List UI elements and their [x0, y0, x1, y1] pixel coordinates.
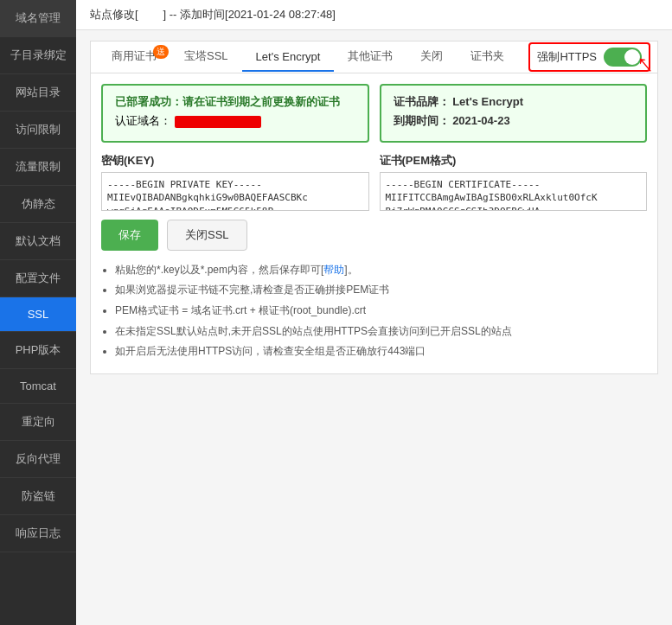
- tab-cert-folder[interactable]: 证书夹: [457, 41, 518, 73]
- sidebar-item-subdir[interactable]: 子目录绑定: [0, 37, 76, 74]
- tip-2: 如果浏览器提示证书链不完整,请检查是否正确拼接PEM证书: [115, 281, 647, 300]
- tab-lets-encrypt[interactable]: Let's Encrypt: [242, 43, 335, 72]
- cert-brand-row: 证书品牌： Let's Encrypt: [394, 94, 634, 110]
- status-domain-label: 认证域名：: [115, 114, 171, 127]
- close-ssl-button[interactable]: 关闭SSL: [167, 220, 247, 251]
- redacted-domain: [138, 8, 163, 21]
- key-cert-row: 密钥(KEY) -----BEGIN PRIVATE KEY----- MIIE…: [101, 153, 647, 211]
- tip-4: 在未指定SSL默认站点时,未开启SSL的站点使用HTTPS会直接访问到已开启SS…: [115, 322, 647, 341]
- tab-commercial-cert[interactable]: 商用证书 送: [98, 41, 170, 73]
- cert-label: 证书(PEM格式): [380, 153, 648, 169]
- sidebar-item-redirect[interactable]: 重定向: [0, 404, 76, 441]
- tip-1: 粘贴您的*.key以及*.pem内容，然后保存即可[帮助]。: [115, 261, 647, 280]
- sidebar-item-access[interactable]: 访问限制: [0, 112, 76, 149]
- cert-block: 证书(PEM格式) -----BEGIN CERTIFICATE----- MI…: [380, 153, 648, 211]
- sidebar-item-webdir[interactable]: 网站目录: [0, 74, 76, 112]
- status-success-label: 已部署成功：请在证书到期之前更换新的证书: [115, 94, 355, 110]
- sidebar-item-ssl[interactable]: SSL: [0, 297, 76, 332]
- content-area: 商用证书 送 宝塔SSL Let's Encrypt 其他证书 关闭 证书夹 强…: [76, 30, 672, 625]
- sidebar-item-rewrite[interactable]: 伪静态: [0, 186, 76, 223]
- tab-other-cert[interactable]: 其他证书: [334, 41, 406, 73]
- cert-expire-row: 到期时间： 2021-04-23: [394, 113, 634, 129]
- tips-list: 粘贴您的*.key以及*.pem内容，然后保存即可[帮助]。 如果浏览器提示证书…: [101, 261, 647, 361]
- sidebar-item-proxy[interactable]: 反向代理: [0, 441, 76, 478]
- status-domain-value: [175, 116, 261, 128]
- sidebar: 域名管理 子目录绑定 网站目录 访问限制 流量限制 伪静态 默认文档 配置文件 …: [0, 0, 76, 625]
- sidebar-item-hotlink[interactable]: 防盗链: [0, 478, 76, 515]
- cert-textarea[interactable]: -----BEGIN CERTIFICATE----- MIIFITCCBAmg…: [380, 172, 648, 211]
- sidebar-item-traffic[interactable]: 流量限制: [0, 149, 76, 186]
- sidebar-item-domain[interactable]: 域名管理: [0, 0, 76, 37]
- tab-badge: 送: [153, 45, 169, 59]
- status-row: 已部署成功：请在证书到期之前更换新的证书 认证域名： 证书品牌： Let's E…: [101, 84, 647, 143]
- sidebar-item-php[interactable]: PHP版本: [0, 332, 76, 369]
- cert-panel: 已部署成功：请在证书到期之前更换新的证书 认证域名： 证书品牌： Let's E…: [90, 73, 658, 374]
- topbar: 站点修改[ ] -- 添加时间[2021-01-24 08:27:48]: [76, 0, 672, 30]
- tabs-row: 商用证书 送 宝塔SSL Let's Encrypt 其他证书 关闭 证书夹 强…: [90, 41, 658, 73]
- key-block: 密钥(KEY) -----BEGIN PRIVATE KEY----- MIIE…: [101, 153, 369, 211]
- key-label: 密钥(KEY): [101, 153, 369, 169]
- tip-3: PEM格式证书 = 域名证书.crt + 根证书(root_bundle).cr…: [115, 302, 647, 321]
- tab-baota-ssl[interactable]: 宝塔SSL: [170, 41, 242, 73]
- tab-close[interactable]: 关闭: [406, 41, 457, 73]
- btn-row: 保存 关闭SSL: [101, 220, 647, 251]
- sidebar-item-access-log[interactable]: 响应日志: [0, 515, 76, 552]
- cert-info-box: 证书品牌： Let's Encrypt 到期时间： 2021-04-23: [380, 84, 648, 143]
- main-content: 站点修改[ ] -- 添加时间[2021-01-24 08:27:48] 商用证…: [76, 0, 672, 625]
- force-https-toggle[interactable]: [604, 48, 642, 67]
- save-button[interactable]: 保存: [101, 220, 158, 251]
- help-link[interactable]: 帮助: [323, 264, 344, 276]
- status-domain-row: 认证域名：: [115, 113, 355, 129]
- force-https-label: 强制HTTPS: [537, 49, 597, 65]
- topbar-title: 站点修改[ ] -- 添加时间[2021-01-24 08:27:48]: [90, 7, 336, 22]
- content-wrapper: 商用证书 送 宝塔SSL Let's Encrypt 其他证书 关闭 证书夹 强…: [90, 41, 658, 374]
- force-https-container: 强制HTTPS: [528, 42, 650, 72]
- status-box-success: 已部署成功：请在证书到期之前更换新的证书 认证域名：: [101, 84, 369, 143]
- sidebar-item-tomcat[interactable]: Tomcat: [0, 369, 76, 404]
- tip-5: 如开启后无法使用HTTPS访问，请检查安全组是否正确放行443端口: [115, 342, 647, 361]
- sidebar-item-config[interactable]: 配置文件: [0, 260, 76, 297]
- key-textarea[interactable]: -----BEGIN PRIVATE KEY----- MIIEvQIBADAN…: [101, 172, 369, 211]
- sidebar-item-default-doc[interactable]: 默认文档: [0, 223, 76, 260]
